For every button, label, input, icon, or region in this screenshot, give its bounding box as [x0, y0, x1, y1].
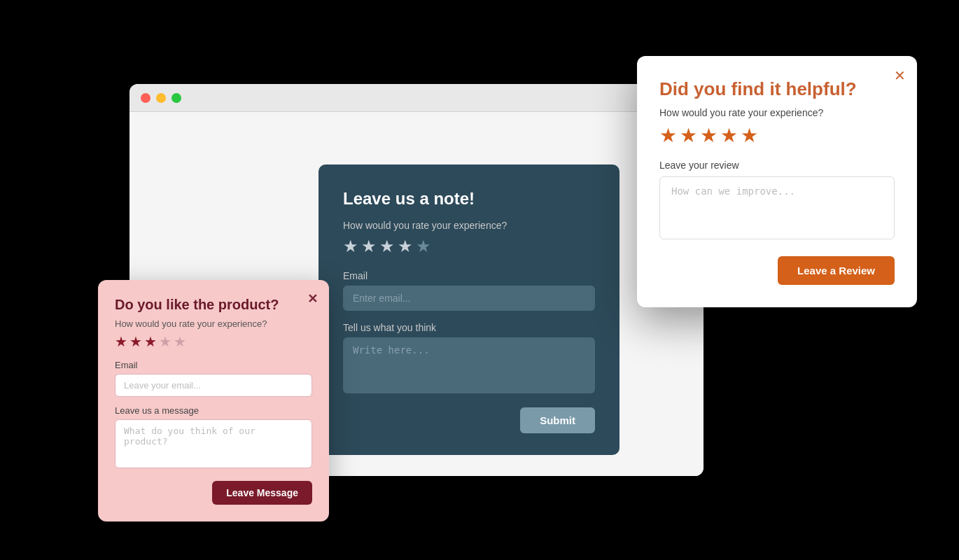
- pink-card-email-input[interactable]: [115, 374, 312, 397]
- white-card-review-textarea[interactable]: [659, 176, 895, 239]
- pink-card-stars: ★ ★ ★ ★ ★: [115, 333, 312, 350]
- dark-card-submit-button[interactable]: Submit: [520, 407, 595, 433]
- pink-star-5[interactable]: ★: [174, 333, 186, 350]
- dark-card-rate-label: How would you rate your experience?: [343, 220, 595, 231]
- pink-star-4[interactable]: ★: [159, 333, 172, 350]
- orange-star-5[interactable]: ★: [741, 124, 758, 147]
- dark-card-email-label: Email: [343, 270, 595, 281]
- white-card-stars: ★ ★ ★ ★ ★: [659, 124, 895, 147]
- orange-star-3[interactable]: ★: [700, 124, 718, 147]
- pink-star-3[interactable]: ★: [144, 333, 157, 350]
- white-card-review-label: Leave your review: [659, 160, 895, 171]
- traffic-light-green[interactable]: [172, 93, 181, 103]
- white-card-title: Did you find it helpful?: [659, 78, 895, 100]
- pink-card-title: Do you like the product?: [115, 297, 295, 313]
- dark-star-1[interactable]: ★: [343, 237, 358, 256]
- pink-card: ✕ Do you like the product? How would you…: [98, 280, 329, 522]
- dark-star-4[interactable]: ★: [398, 237, 413, 256]
- traffic-light-red[interactable]: [141, 93, 150, 103]
- pink-card-close-button[interactable]: ✕: [307, 291, 318, 307]
- traffic-light-yellow[interactable]: [156, 93, 166, 103]
- dark-card-email-input[interactable]: [343, 286, 595, 311]
- browser-titlebar: [130, 84, 704, 112]
- orange-star-1[interactable]: ★: [659, 124, 677, 147]
- pink-card-submit-button[interactable]: Leave Message: [212, 481, 312, 505]
- dark-star-5[interactable]: ★: [416, 237, 431, 256]
- dark-card-message-textarea[interactable]: [343, 337, 595, 393]
- white-card-submit-button[interactable]: Leave a Review: [778, 256, 895, 285]
- dark-star-2[interactable]: ★: [361, 237, 377, 256]
- pink-card-message-textarea[interactable]: [115, 419, 312, 468]
- pink-card-email-label: Email: [115, 360, 312, 370]
- dark-card-stars: ★ ★ ★ ★ ★: [343, 237, 595, 256]
- orange-star-2[interactable]: ★: [680, 124, 697, 147]
- white-card: ✕ Did you find it helpful? How would you…: [637, 56, 917, 307]
- pink-card-message-label: Leave us a message: [115, 405, 312, 416]
- orange-star-4[interactable]: ★: [720, 124, 738, 147]
- dark-star-3[interactable]: ★: [379, 237, 395, 256]
- dark-card-message-label: Tell us what you think: [343, 322, 595, 333]
- dark-card: Leave us a note! How would you rate your…: [318, 164, 620, 455]
- dark-card-title: Leave us a note!: [343, 189, 595, 209]
- white-card-rate-label: How would you rate your experience?: [659, 107, 895, 118]
- pink-card-rate-label: How would you rate your experience?: [115, 318, 312, 329]
- white-card-close-button[interactable]: ✕: [894, 67, 906, 84]
- pink-star-1[interactable]: ★: [115, 333, 127, 350]
- pink-star-2[interactable]: ★: [130, 333, 142, 350]
